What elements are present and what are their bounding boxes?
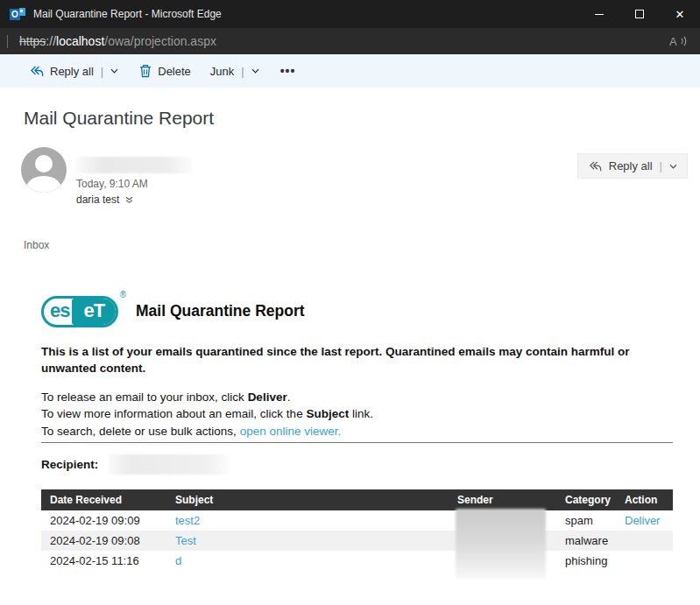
deliver-link[interactable]: Deliver	[625, 514, 660, 527]
instruction-bold-subject: Subject	[306, 407, 349, 420]
report-instructions: To release an email to your inbox, click…	[41, 389, 673, 440]
browser-titlebar: O Mail Quarantine Report - Microsoft Edg…	[0, 0, 700, 28]
email-body: es eT ® Mail Quarantine Report This is a…	[41, 294, 673, 571]
table-row: 2024-02-19 09:08 Test malware	[41, 531, 673, 551]
chevron-down-icon[interactable]	[669, 164, 677, 169]
col-header-sender: Sender	[457, 489, 565, 510]
report-title: Mail Quarantine Report	[136, 302, 305, 320]
window-controls: ✕	[579, 0, 700, 28]
trash-icon	[139, 64, 152, 78]
minimize-button[interactable]	[579, 0, 619, 28]
owa-command-bar: Reply all | Delete Junk | •••	[0, 54, 700, 88]
eset-logo-right-text: eT	[72, 299, 116, 325]
received-time: Today, 9:10 AM	[76, 178, 148, 190]
page-title: Mail Quarantine Report	[0, 88, 700, 129]
button-divider: |	[660, 159, 662, 172]
address-bar[interactable]: https://localhost/owa/projection.aspx A	[0, 28, 700, 54]
cell-category: spam	[565, 510, 625, 531]
cell-category: phishing	[565, 551, 625, 571]
subject-link[interactable]: Test	[175, 534, 196, 547]
table-row: 2024-02-19 09:09 test2 spam Deliver	[41, 510, 673, 531]
col-header-action: Action	[625, 489, 673, 510]
recipient-line-label: daria test	[76, 193, 119, 206]
sender-name-redacted	[76, 157, 192, 173]
folder-label: Inbox	[24, 239, 700, 251]
table-header-row: Date Received Subject Sender Category Ac…	[41, 489, 673, 510]
read-aloud-button[interactable]: A	[669, 34, 689, 48]
col-header-category: Category	[565, 489, 625, 510]
avatar[interactable]	[21, 147, 67, 193]
instruction-text: .	[287, 390, 291, 404]
eset-logo: es eT ®	[41, 294, 122, 327]
open-online-viewer-link[interactable]: open online viewer.	[240, 425, 342, 438]
url-separator: ://	[46, 34, 56, 48]
cell-date: 2024-02-15 11:16	[41, 551, 175, 571]
cell-action	[625, 531, 673, 551]
instruction-text: To search, delete or use bulk actions,	[41, 425, 240, 438]
url-scheme: https	[19, 34, 46, 48]
registered-trademark-icon: ®	[120, 290, 126, 299]
subject-link[interactable]: d	[175, 554, 181, 567]
instruction-text: link.	[349, 407, 373, 420]
table-row: 2024-02-15 11:16 d phishing	[41, 551, 673, 571]
outlook-icon-page	[19, 8, 25, 16]
maximize-button[interactable]	[619, 0, 660, 28]
instruction-subject: To view more information about an email,…	[41, 405, 673, 423]
avatar-shoulders	[26, 176, 61, 193]
quarantine-table: Date Received Subject Sender Category Ac…	[41, 489, 673, 571]
report-header-row: es eT ® Mail Quarantine Report	[41, 294, 673, 327]
toolbar-divider: |	[101, 65, 103, 78]
cell-date: 2024-02-19 09:09	[41, 510, 175, 531]
cell-action	[625, 551, 673, 571]
eset-logo-pill: es eT	[41, 296, 118, 327]
cell-date: 2024-02-19 09:08	[41, 531, 175, 551]
toolbar-reply-all-label: Reply all	[50, 65, 94, 78]
recipient-row: Recipient:	[41, 454, 673, 475]
toolbar-more-button[interactable]: •••	[280, 64, 296, 78]
minimize-icon	[595, 14, 604, 15]
instruction-text: To release an email to your inbox, click	[41, 390, 248, 404]
reading-pane: Mail Quarantine Report Today, 9:10 AM da…	[0, 88, 700, 605]
window-title: Mail Quarantine Report - Microsoft Edge	[33, 8, 222, 20]
toolbar-reply-all-button[interactable]: Reply all |	[29, 65, 118, 78]
cell-category: malware	[565, 531, 625, 551]
recipient-label: Recipient:	[41, 458, 98, 471]
url-host: localhost	[56, 34, 104, 48]
toolbar-delete-label: Delete	[158, 65, 191, 78]
message-header: Today, 9:10 AM daria test Reply all |	[0, 147, 700, 210]
recipient-line[interactable]: daria test	[76, 193, 133, 206]
instruction-text: To view more information about an email,…	[41, 407, 306, 420]
eset-logo-left-text: es	[44, 299, 72, 325]
report-intro: This is a list of your emails quarantine…	[41, 343, 659, 376]
reply-all-action-button[interactable]: Reply all |	[577, 153, 688, 179]
sender-column-redacted	[456, 509, 546, 579]
col-header-subject: Subject	[175, 489, 457, 510]
quarantine-table-wrap: Date Received Subject Sender Category Ac…	[41, 489, 673, 571]
instruction-bold-deliver: Deliver	[248, 390, 287, 404]
chevron-down-icon[interactable]	[251, 68, 259, 74]
instruction-deliver: To release an email to your inbox, click…	[41, 389, 673, 406]
subject-link[interactable]: test2	[175, 514, 200, 527]
chevron-down-icon[interactable]	[110, 68, 118, 74]
instruction-online-viewer: To search, delete or use bulk actions, o…	[41, 423, 673, 440]
address-bar-separator	[7, 35, 8, 48]
svg-text:A: A	[669, 35, 677, 48]
toolbar-junk-button[interactable]: Junk |	[210, 65, 259, 78]
toolbar-divider: |	[241, 65, 244, 78]
maximize-icon	[635, 10, 644, 18]
reply-all-button-label: Reply all	[609, 159, 653, 172]
reply-all-icon	[588, 160, 602, 172]
expand-double-chevron-icon[interactable]	[125, 196, 133, 204]
read-aloud-icon: A	[669, 34, 689, 48]
outlook-icon: O	[10, 8, 25, 21]
url-text[interactable]: https://localhost/owa/projection.aspx	[19, 34, 216, 48]
col-header-date: Date Received	[41, 489, 175, 510]
toolbar-delete-button[interactable]: Delete	[139, 64, 191, 78]
url-path: /owa/projection.aspx	[104, 34, 216, 48]
recipient-value-redacted	[109, 454, 229, 475]
reply-all-icon	[29, 65, 44, 78]
divider-rule	[41, 442, 673, 443]
toolbar-junk-label: Junk	[210, 65, 234, 78]
close-button[interactable]: ✕	[660, 0, 700, 28]
avatar-person-icon	[35, 155, 53, 172]
